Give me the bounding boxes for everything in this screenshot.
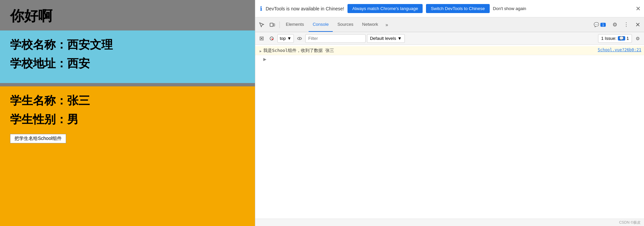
student-gender-row: 学生性别：男 (10, 112, 245, 127)
expand-icon[interactable]: ▶ (258, 48, 263, 54)
console-toolbar: top ▼ Default levels ▼ 1 Issue: 💬 1 ⚙ (255, 32, 644, 45)
console-expand-row: ▶ (255, 55, 644, 63)
left-panel: 你好啊 学校名称：西安文理 学校地址：西安 学生名称：张三 学生性别：男 把学生… (0, 0, 255, 226)
context-dropdown-icon: ▼ (287, 36, 291, 41)
devtools-panel: ℹ DevTools is now available in Chinese! … (255, 0, 644, 226)
console-settings-button[interactable]: ⚙ (633, 34, 642, 43)
always-match-button[interactable]: Always match Chrome's language (347, 4, 423, 13)
footer-bar: CSDN ©极皮 (255, 219, 644, 226)
student-name-row: 学生名称：张三 (10, 93, 245, 108)
context-selector[interactable]: top ▼ (277, 34, 294, 43)
close-devtools-button[interactable]: ✕ (633, 20, 643, 30)
send-to-school-button[interactable]: 把学生名给School组件 (10, 134, 66, 143)
console-content: ▶ 我是School组件，收到了数据 张三 School.vue?26b0:21… (255, 45, 644, 219)
issues-count: 1 (627, 36, 629, 41)
console-log-text: 我是School组件，收到了数据 张三 (263, 48, 598, 54)
inspect-element-icon[interactable] (257, 20, 267, 30)
issues-badge-button[interactable]: 💬 1 (591, 21, 608, 28)
tab-elements[interactable]: Elements (282, 17, 308, 32)
school-address-row: 学校地址：西安 (10, 56, 245, 71)
tabs-overflow-button[interactable]: » (383, 22, 391, 27)
console-log-source[interactable]: School.vue?26b0:21 (598, 48, 641, 52)
console-log-entry: ▶ 我是School组件，收到了数据 张三 School.vue?26b0:21 (255, 46, 644, 55)
eye-icon-button[interactable] (295, 34, 304, 43)
tab-console[interactable]: Console (309, 17, 333, 32)
svg-point-8 (299, 38, 300, 39)
svg-rect-0 (270, 23, 273, 26)
issues-badge-count: 1 (600, 23, 606, 27)
notification-bar: ℹ DevTools is now available in Chinese! … (255, 0, 644, 17)
info-icon: ℹ (260, 5, 262, 12)
svg-rect-1 (273, 24, 275, 26)
svg-line-6 (272, 39, 273, 40)
issues-label: 1 Issue: (601, 36, 616, 41)
device-toggle-icon[interactable] (267, 20, 277, 30)
issues-count-badge: 💬 (618, 36, 625, 41)
school-name-row: 学校名称：西安文理 (10, 37, 245, 53)
notification-message: DevTools is now available in Chinese! (266, 6, 344, 11)
default-levels-arrow: ▼ (397, 36, 402, 41)
filter-icon-button[interactable] (267, 34, 276, 43)
devtools-tabs-bar: Elements Console Sources Network » 💬 1 ⚙… (255, 17, 644, 32)
default-levels-label: Default levels (370, 36, 396, 41)
student-section: 学生名称：张三 学生性别：男 把学生名给School组件 (0, 86, 255, 226)
settings-icon-button[interactable]: ⚙ (610, 20, 620, 30)
school-section: 学校名称：西安文理 学校地址：西安 (0, 30, 255, 83)
tab-divider (279, 21, 280, 28)
clear-console-button[interactable] (257, 34, 266, 43)
tabs-right-controls: 💬 1 ⚙ ⋮ ✕ (591, 20, 643, 30)
footer-text: CSDN ©极皮 (619, 220, 641, 225)
dont-show-button[interactable]: Don't show again (493, 6, 526, 11)
more-options-button[interactable]: ⋮ (621, 20, 631, 30)
default-levels-selector[interactable]: Default levels ▼ (367, 34, 405, 43)
page-title: 你好啊 (0, 0, 255, 30)
tab-network[interactable]: Network (358, 17, 382, 32)
switch-chinese-button[interactable]: Switch DevTools to Chinese (426, 4, 489, 13)
context-label: top (280, 36, 286, 41)
tab-sources[interactable]: Sources (333, 17, 358, 32)
issues-button[interactable]: 1 Issue: 💬 1 (598, 34, 632, 43)
close-notification-button[interactable]: ✕ (636, 6, 641, 12)
filter-input[interactable] (305, 34, 366, 43)
expand-chevron[interactable]: ▶ (263, 57, 266, 62)
chat-icon: 💬 (594, 22, 599, 27)
